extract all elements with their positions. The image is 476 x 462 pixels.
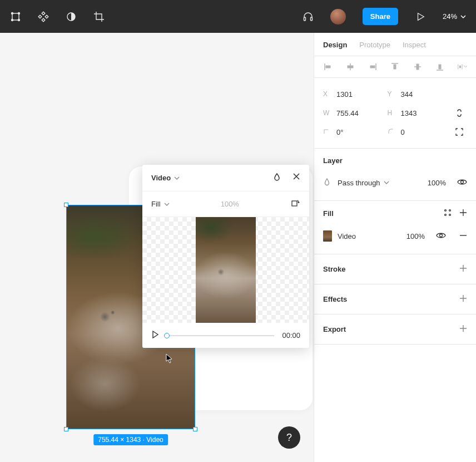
tab-inspect[interactable]: Inspect (403, 41, 426, 49)
video-time-readout: 00:00 (282, 331, 300, 340)
svg-rect-27 (459, 66, 460, 68)
present-icon[interactable] (415, 11, 426, 22)
align-top-icon[interactable] (390, 62, 400, 72)
zoom-value: 24% (443, 12, 457, 21)
svg-rect-7 (38, 15, 42, 18)
align-bottom-icon[interactable] (435, 62, 445, 72)
rotate-crop-icon[interactable] (290, 198, 300, 210)
fill-visibility-eye-icon[interactable] (436, 232, 446, 241)
share-button[interactable]: Share (363, 8, 398, 25)
svg-rect-20 (394, 65, 396, 69)
add-stroke-icon[interactable] (459, 264, 467, 274)
fill-opacity-value[interactable]: 100% (221, 200, 239, 208)
visibility-eye-icon[interactable] (457, 178, 467, 188)
svg-point-3 (12, 19, 13, 21)
add-fill-icon[interactable] (459, 209, 467, 218)
constrain-proportions-icon[interactable] (452, 105, 467, 121)
remove-fill-icon[interactable] (459, 232, 467, 241)
resize-handle-bottom-left[interactable] (64, 427, 68, 431)
mask-icon[interactable] (66, 11, 77, 22)
user-avatar[interactable] (330, 9, 346, 24)
fill-styles-icon[interactable] (444, 209, 452, 218)
rotation-icon (323, 128, 331, 136)
video-preview-area[interactable] (142, 217, 309, 323)
video-preview-thumbnail (196, 217, 256, 323)
svg-rect-11 (310, 17, 312, 21)
radius-value[interactable]: 0 (401, 128, 405, 136)
fill-swatch-thumbnail[interactable] (323, 230, 332, 242)
fill-section-title: Fill (323, 209, 334, 218)
independent-corners-icon[interactable] (452, 124, 467, 140)
svg-rect-0 (12, 13, 19, 20)
y-label: Y (388, 90, 395, 98)
align-left-icon[interactable] (323, 62, 333, 72)
width-value[interactable]: 755.44 (336, 109, 359, 117)
tab-design[interactable]: Design (323, 41, 347, 49)
rotation-value[interactable]: 0° (336, 128, 343, 136)
x-value[interactable]: 1301 (336, 90, 353, 99)
width-label: W (323, 109, 331, 117)
svg-point-32 (449, 214, 451, 216)
frame-tool-icon[interactable] (10, 11, 21, 22)
distribute-dropdown-icon[interactable] (457, 62, 467, 72)
video-scrubber-track[interactable] (167, 335, 274, 336)
svg-point-31 (445, 214, 447, 216)
fill-item-label[interactable]: Video (338, 232, 401, 240)
svg-point-30 (449, 210, 451, 212)
x-label: X (323, 90, 331, 98)
components-icon[interactable] (38, 11, 49, 22)
svg-point-4 (18, 19, 20, 21)
y-value[interactable]: 344 (401, 90, 413, 99)
svg-rect-24 (439, 65, 441, 69)
blend-mode-dropdown[interactable]: Pass through (338, 179, 422, 187)
export-section-title[interactable]: Export (323, 325, 346, 333)
svg-rect-22 (416, 64, 419, 70)
zoom-dropdown[interactable]: 24% (443, 12, 466, 21)
play-button-icon[interactable] (151, 331, 159, 340)
svg-point-29 (445, 210, 447, 212)
align-vcenter-icon[interactable] (413, 62, 423, 72)
crop-icon[interactable] (93, 11, 105, 22)
tab-prototype[interactable]: Prototype (359, 41, 390, 49)
effects-section-title[interactable]: Effects (323, 295, 347, 303)
help-button[interactable]: ? (278, 426, 300, 449)
resize-handle-top-left[interactable] (64, 203, 68, 207)
blend-drop-icon (323, 178, 332, 188)
headphones-icon[interactable] (303, 11, 314, 22)
svg-rect-14 (326, 66, 330, 68)
layer-opacity-value[interactable]: 100% (428, 179, 446, 187)
add-export-icon[interactable] (459, 325, 467, 334)
fill-opacity-value[interactable]: 100% (406, 232, 425, 240)
blend-mode-icon[interactable] (272, 173, 281, 183)
svg-rect-10 (304, 17, 305, 21)
video-fill-popover: Video Fill 100% (142, 165, 309, 348)
svg-point-33 (440, 234, 443, 237)
resize-handle-bottom-right[interactable] (193, 427, 197, 431)
svg-rect-5 (42, 12, 45, 15)
popover-title-dropdown[interactable]: Video (151, 174, 180, 182)
svg-rect-8 (45, 15, 48, 18)
cursor-pointer-icon (166, 353, 173, 363)
fill-mode-dropdown[interactable]: Fill (151, 200, 170, 208)
layer-section-title: Layer (323, 156, 343, 165)
close-icon[interactable] (292, 173, 300, 183)
svg-point-1 (12, 12, 13, 14)
svg-rect-16 (348, 66, 353, 68)
stroke-section-title[interactable]: Stroke (323, 265, 345, 273)
svg-point-28 (461, 180, 464, 183)
align-hcenter-icon[interactable] (345, 62, 355, 72)
height-label: H (388, 109, 395, 117)
height-value[interactable]: 1343 (401, 109, 417, 117)
svg-rect-12 (292, 201, 297, 206)
radius-icon (388, 128, 395, 136)
scrubber-knob[interactable] (164, 333, 170, 338)
svg-rect-18 (370, 66, 375, 68)
svg-point-2 (18, 12, 20, 14)
selection-dimensions-pill: 755.44 × 1343 · Video (93, 434, 168, 445)
add-effect-icon[interactable] (459, 294, 467, 304)
align-right-icon[interactable] (368, 62, 378, 72)
svg-rect-6 (42, 18, 45, 22)
